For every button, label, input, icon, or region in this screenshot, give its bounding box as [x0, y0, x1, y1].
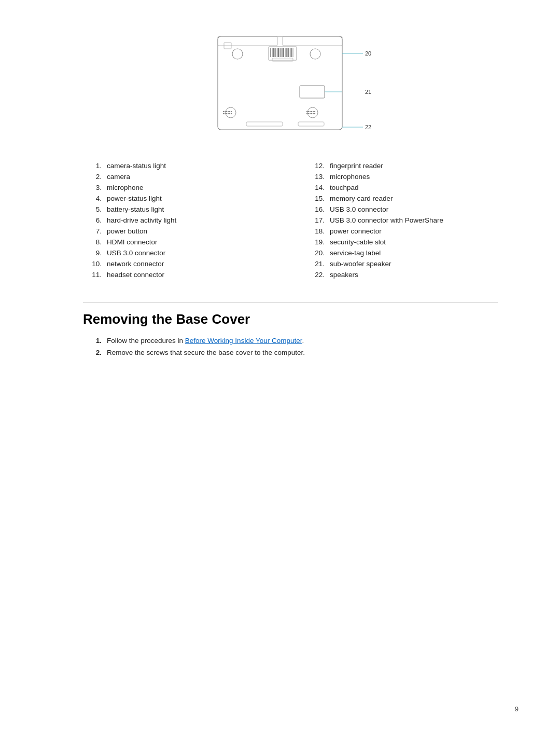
item-num: 1. — [83, 162, 102, 170]
step-1-text: Follow the procedures in Before Working … — [107, 337, 304, 345]
list-item: 9.USB 3.0 connector — [83, 249, 275, 257]
step-1-after: . — [302, 337, 304, 345]
list-item: 5.battery-status light — [83, 205, 275, 213]
svg-point-36 — [226, 113, 227, 114]
svg-point-43 — [310, 111, 311, 112]
svg-point-30 — [226, 111, 227, 112]
svg-point-45 — [313, 111, 314, 112]
laptop-diagram-wrapper: 20 21 22 — [202, 31, 379, 145]
section-heading: Removing the Base Cover — [83, 311, 498, 327]
components-list: 1.camera-status light2.camera3.microphon… — [83, 162, 498, 282]
svg-point-50 — [311, 113, 312, 114]
item-num: 22. — [306, 271, 325, 279]
item-num: 7. — [83, 227, 102, 235]
item-label: USB 3.0 connector — [330, 205, 388, 213]
list-item: 17.USB 3.0 connector with PowerShare — [306, 216, 498, 224]
item-label: speakers — [330, 271, 358, 279]
laptop-diagram-svg: 20 21 22 — [202, 31, 379, 145]
list-item: 10.network connector — [83, 260, 275, 268]
svg-rect-24 — [272, 58, 293, 61]
item-label: USB 3.0 connector — [107, 249, 165, 257]
item-num: 9. — [83, 249, 102, 257]
item-label: hard-drive activity light — [107, 216, 176, 224]
svg-point-31 — [228, 111, 229, 112]
item-label: headset connector — [107, 271, 164, 279]
page-number: 9 — [515, 705, 519, 713]
item-label: security-cable slot — [330, 238, 386, 246]
svg-text:21: 21 — [365, 89, 371, 95]
list-item: 20.service-tag label — [306, 249, 498, 257]
step-2-text: Remove the screws that secure the base c… — [107, 349, 305, 356]
step-1-num: 1. — [83, 337, 102, 345]
list-item: 3.microphone — [83, 184, 275, 191]
svg-rect-55 — [298, 122, 324, 126]
item-num: 21. — [306, 260, 325, 268]
item-label: memory card reader — [330, 195, 393, 202]
item-label: service-tag label — [330, 249, 381, 257]
item-label: fingerprint reader — [330, 162, 383, 170]
svg-point-48 — [308, 113, 309, 114]
list-item: 18.power connector — [306, 227, 498, 235]
item-label: camera-status light — [107, 162, 166, 170]
item-num: 5. — [83, 205, 102, 213]
svg-point-32 — [229, 111, 230, 112]
item-label: touchpad — [330, 184, 359, 191]
step-1-link[interactable]: Before Working Inside Your Computer — [185, 337, 302, 345]
item-label: power-status light — [107, 195, 162, 202]
item-label: microphone — [107, 184, 144, 191]
item-label: camera — [107, 173, 130, 181]
svg-point-33 — [231, 111, 232, 112]
svg-point-39 — [231, 113, 232, 114]
svg-point-53 — [307, 107, 318, 118]
list-item: 7.power button — [83, 227, 275, 235]
item-label: HDMI connector — [107, 238, 158, 246]
list-item: 1.camera-status light — [83, 162, 275, 170]
item-num: 12. — [306, 162, 325, 170]
diagram-section: 20 21 22 — [83, 31, 498, 145]
list-item: 19.security-cable slot — [306, 238, 498, 246]
item-num: 14. — [306, 184, 325, 191]
svg-point-44 — [311, 111, 312, 112]
list-item: 4.power-status light — [83, 195, 275, 202]
step-2-num: 2. — [83, 349, 102, 356]
svg-point-34 — [223, 113, 224, 114]
svg-point-3 — [232, 49, 243, 59]
item-num: 17. — [306, 216, 325, 224]
item-label: microphones — [330, 173, 370, 181]
list-item: 16.USB 3.0 connector — [306, 205, 498, 213]
svg-rect-1 — [218, 36, 277, 46]
item-num: 3. — [83, 184, 102, 191]
item-label: battery-status light — [107, 205, 164, 213]
svg-text:20: 20 — [365, 50, 371, 57]
item-num: 10. — [83, 260, 102, 268]
svg-point-42 — [308, 111, 309, 112]
list-item: 14.touchpad — [306, 184, 498, 191]
list-item: 21.sub-woofer speaker — [306, 260, 498, 268]
steps-list: 1. Follow the procedures in Before Worki… — [83, 337, 498, 356]
list-item: 6.hard-drive activity light — [83, 216, 275, 224]
svg-text:22: 22 — [365, 124, 371, 130]
svg-point-38 — [229, 113, 230, 114]
list-item: 15.memory card reader — [306, 195, 498, 202]
item-num: 19. — [306, 238, 325, 246]
item-num: 20. — [306, 249, 325, 257]
svg-point-51 — [313, 113, 314, 114]
svg-rect-2 — [283, 36, 342, 46]
list-item: 8.HDMI connector — [83, 238, 275, 246]
svg-point-37 — [228, 113, 229, 114]
svg-point-4 — [310, 49, 320, 59]
item-num: 8. — [83, 238, 102, 246]
svg-point-40 — [226, 107, 236, 118]
svg-point-49 — [310, 113, 311, 114]
list-item: 22.speakers — [306, 271, 498, 279]
item-num: 6. — [83, 216, 102, 224]
svg-point-52 — [314, 113, 315, 114]
item-label: network connector — [107, 260, 164, 268]
item-num: 15. — [306, 195, 325, 202]
item-label: USB 3.0 connector with PowerShare — [330, 216, 443, 224]
svg-point-28 — [223, 111, 224, 112]
step-2: 2. Remove the screws that secure the bas… — [83, 349, 498, 356]
item-num: 16. — [306, 205, 325, 213]
item-label: power connector — [330, 227, 382, 235]
list-item: 13.microphones — [306, 173, 498, 181]
